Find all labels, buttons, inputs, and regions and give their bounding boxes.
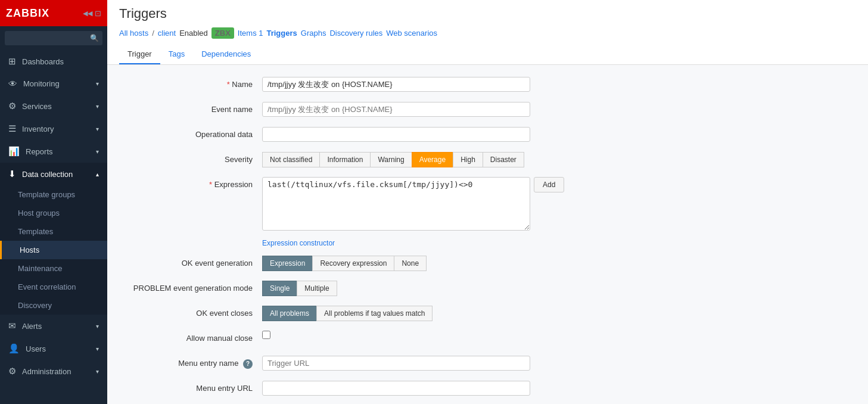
- ok-event-recovery-btn[interactable]: Recovery expression: [312, 256, 394, 271]
- sidebar-item-services[interactable]: ⚙ Services ▾: [0, 95, 107, 117]
- sidebar-item-discovery[interactable]: Discovery: [0, 296, 107, 315]
- expression-textarea[interactable]: last(/ttqlinux/vfs.file.cksum[/tmp/jjyy]…: [262, 177, 530, 231]
- tab-dependencies[interactable]: Dependencies: [193, 45, 259, 64]
- sidebar-item-hosts[interactable]: Hosts: [0, 241, 107, 259]
- sidebar-item-data-collection[interactable]: ⬇ Data collection ▴: [0, 163, 107, 185]
- expression-constructor-link[interactable]: Expression constructor: [262, 239, 850, 247]
- administration-icon: ⚙: [8, 366, 16, 377]
- alerts-icon: ✉: [8, 321, 16, 331]
- problem-event-single-btn[interactable]: Single: [262, 281, 297, 296]
- operational-data-input[interactable]: [262, 127, 530, 142]
- breadcrumb-zbx-badge[interactable]: ZBX: [211, 27, 234, 39]
- breadcrumb-discovery-rules[interactable]: Discovery rules: [329, 29, 382, 38]
- severity-disaster[interactable]: Disaster: [483, 152, 524, 167]
- tab-trigger[interactable]: Trigger: [119, 45, 160, 64]
- breadcrumb-graphs[interactable]: Graphs: [301, 29, 326, 38]
- problem-event-multiple-btn[interactable]: Multiple: [297, 281, 337, 296]
- ok-closes-tag-match-btn[interactable]: All problems if tag values match: [316, 306, 433, 321]
- ok-event-gen-row: OK event generation Expression Recovery …: [125, 256, 850, 272]
- ok-event-closes-row: OK event closes All problems All problem…: [125, 306, 850, 322]
- severity-high[interactable]: High: [453, 152, 483, 167]
- event-name-input[interactable]: [262, 102, 530, 117]
- sidebar-item-administration[interactable]: ⚙ Administration ▾: [0, 360, 107, 383]
- breadcrumb-enabled: Enabled: [179, 29, 208, 38]
- data-collection-submenu: Template groups Host groups Templates Ho…: [0, 185, 107, 315]
- users-icon: 👤: [8, 343, 20, 354]
- sidebar-item-templates[interactable]: Templates: [0, 222, 107, 241]
- chevron-icon: ▾: [96, 103, 99, 110]
- sidebar-item-dashboards[interactable]: ⊞ Dashboards: [0, 50, 107, 73]
- sidebar-item-monitoring[interactable]: 👁 Monitoring ▾: [0, 73, 107, 95]
- sidebar-item-host-groups[interactable]: Host groups: [0, 204, 107, 222]
- menu-entry-url-label: Menu entry URL: [125, 381, 262, 393]
- sidebar-item-inventory[interactable]: ☰ Inventory ▾: [0, 117, 107, 140]
- collapse-icon[interactable]: ⊡: [95, 9, 101, 18]
- sidebar-item-label: Reports: [26, 147, 53, 156]
- content-area: Name Event name Operational data Severit…: [107, 65, 868, 404]
- severity-row: Severity Not classified Information Warn…: [125, 152, 850, 169]
- severity-warning[interactable]: Warning: [370, 152, 411, 167]
- logo-text: ZABBIX: [6, 7, 49, 20]
- data-collection-icon: ⬇: [8, 169, 16, 179]
- severity-information[interactable]: Information: [319, 152, 370, 167]
- sidebar-item-label: Services: [22, 102, 52, 111]
- problem-event-gen-buttons: Single Multiple: [262, 281, 337, 296]
- name-row: Name: [125, 77, 850, 94]
- sidebar-item-label: Dashboards: [22, 57, 64, 66]
- severity-average[interactable]: Average: [412, 152, 453, 167]
- allow-manual-close-checkbox[interactable]: [262, 331, 270, 339]
- expression-label: Expression: [125, 177, 262, 189]
- sidebar-item-label: Users: [26, 344, 46, 353]
- chevron-icon: ▾: [96, 148, 99, 155]
- breadcrumb-sep1: /: [152, 29, 154, 38]
- monitoring-icon: 👁: [8, 79, 17, 89]
- menu-entry-name-label: Menu entry name ?: [125, 356, 262, 369]
- ok-event-expression-btn[interactable]: Expression: [262, 256, 312, 271]
- page-title: Triggers: [119, 6, 856, 21]
- sidebar-item-reports[interactable]: 📊 Reports ▾: [0, 140, 107, 163]
- ok-event-none-btn[interactable]: None: [394, 256, 427, 271]
- menu-entry-url-row: Menu entry URL: [125, 381, 850, 397]
- sidebar-item-template-groups[interactable]: Template groups: [0, 185, 107, 204]
- add-button[interactable]: Add: [534, 177, 564, 192]
- allow-manual-close-label: Allow manual close: [125, 331, 262, 343]
- expression-row: Expression last(/ttqlinux/vfs.file.cksum…: [125, 177, 850, 231]
- chevron-icon: ▾: [96, 346, 99, 352]
- breadcrumb-all-hosts[interactable]: All hosts: [119, 29, 148, 38]
- problem-event-gen-label: PROBLEM event generation mode: [125, 281, 262, 293]
- event-name-row: Event name: [125, 102, 850, 119]
- chevron-icon: ▾: [96, 323, 99, 330]
- chevron-icon: ▾: [96, 80, 99, 87]
- ok-event-gen-buttons: Expression Recovery expression None: [262, 256, 427, 271]
- inventory-icon: ☰: [8, 123, 16, 134]
- sidebar-item-label: Alerts: [22, 322, 42, 331]
- reports-icon: 📊: [8, 146, 20, 157]
- breadcrumb-triggers[interactable]: Triggers: [266, 29, 297, 38]
- breadcrumb-items[interactable]: Items 1: [238, 29, 263, 38]
- severity-not-classified[interactable]: Not classified: [262, 152, 319, 167]
- tab-tags[interactable]: Tags: [160, 45, 193, 64]
- breadcrumb-client[interactable]: client: [158, 29, 176, 38]
- sidebar-item-event-correlation[interactable]: Event correlation: [0, 278, 107, 296]
- menu-entry-name-input[interactable]: [262, 356, 530, 371]
- sidebar-item-label: Administration: [22, 367, 71, 376]
- name-input[interactable]: [262, 77, 530, 92]
- logo-bar: ZABBIX ◀◀ ⊡: [0, 0, 107, 26]
- dashboards-icon: ⊞: [8, 56, 16, 67]
- top-bar: Triggers All hosts / client Enabled ZBX …: [107, 0, 868, 65]
- search-bar: 🔍: [0, 26, 107, 50]
- chevron-icon: ▾: [96, 368, 99, 375]
- collapse-left-icon[interactable]: ◀◀: [83, 10, 92, 17]
- sidebar-item-maintenance[interactable]: Maintenance: [0, 259, 107, 278]
- menu-entry-url-input[interactable]: [262, 381, 530, 396]
- menu-entry-help-icon[interactable]: ?: [243, 359, 253, 369]
- chevron-up-icon: ▴: [96, 171, 99, 178]
- breadcrumb-web-scenarios[interactable]: Web scenarios: [386, 29, 437, 38]
- sidebar-item-alerts[interactable]: ✉ Alerts ▾: [0, 315, 107, 337]
- search-input[interactable]: [5, 31, 102, 45]
- allow-manual-close-row: Allow manual close: [125, 331, 850, 347]
- sidebar-item-users[interactable]: 👤 Users ▾: [0, 337, 107, 360]
- menu-entry-name-row: Menu entry name ?: [125, 356, 850, 372]
- ok-closes-all-problems-btn[interactable]: All problems: [262, 306, 316, 321]
- event-name-label: Event name: [125, 102, 262, 114]
